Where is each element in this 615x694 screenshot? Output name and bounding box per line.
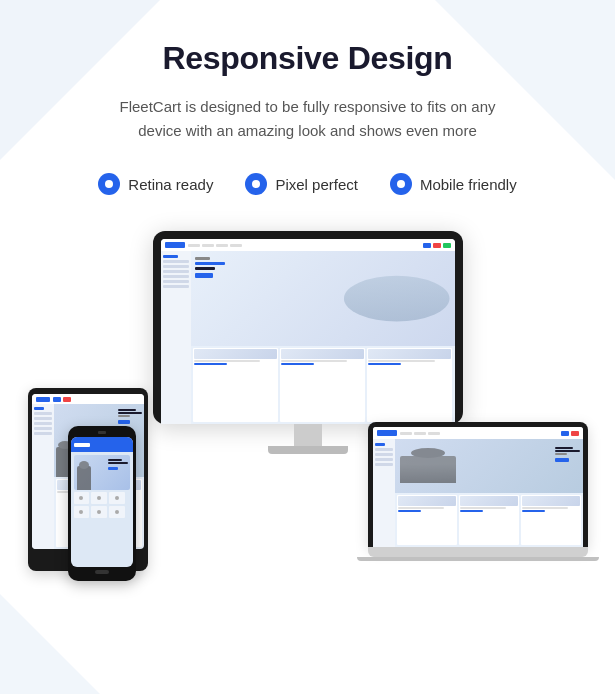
product-card xyxy=(459,495,519,545)
laptop-products xyxy=(395,493,583,547)
monitor-logo xyxy=(165,242,185,248)
product-img xyxy=(368,349,451,359)
vr-line-sm xyxy=(555,453,567,455)
monitor-sidebar xyxy=(161,251,191,424)
product-card-1 xyxy=(193,348,278,422)
product-card-3 xyxy=(367,348,452,422)
hero-line-md xyxy=(195,267,215,270)
product-price xyxy=(460,510,483,512)
cat-item xyxy=(109,506,125,518)
cat-item xyxy=(91,506,107,518)
sidebar-row xyxy=(34,407,45,410)
feature-retina: Retina ready xyxy=(98,173,213,195)
sidebar-row xyxy=(163,265,189,268)
phone-frame xyxy=(68,426,136,581)
cat-dot xyxy=(115,510,119,514)
hero-cta-btn xyxy=(195,273,213,278)
laptop-btns xyxy=(561,431,579,436)
pixel-label: Pixel perfect xyxy=(275,176,358,193)
product-img xyxy=(281,349,364,359)
topbar-btn-red xyxy=(433,243,441,248)
sidebar-row xyxy=(34,417,52,420)
laptop-topbar xyxy=(373,427,583,439)
product-line xyxy=(460,507,506,509)
laptop-device xyxy=(368,422,588,561)
laptop-base-bottom xyxy=(357,557,599,561)
sidebar-row xyxy=(163,275,189,278)
nav-dot xyxy=(188,244,200,247)
sidebar-row-active xyxy=(163,255,179,258)
sidebar-row xyxy=(34,427,52,430)
phone-logo xyxy=(74,443,90,447)
sidebar-row xyxy=(375,453,393,456)
sidebar-row xyxy=(375,463,393,466)
sidebar-row xyxy=(34,412,52,415)
laptop-sidebar xyxy=(373,439,395,547)
cta-btn xyxy=(118,420,130,424)
monitor-stand-neck xyxy=(294,424,322,446)
text-line xyxy=(108,462,128,464)
topbar-btn-blue xyxy=(423,243,431,248)
btn-blue xyxy=(561,431,569,436)
phone-categories xyxy=(74,492,130,518)
nav-dot xyxy=(414,432,426,435)
sidebar-row xyxy=(34,432,52,435)
product-line xyxy=(522,507,568,509)
laptop-main xyxy=(395,439,583,547)
vr-line-lg xyxy=(555,450,580,452)
nav-dot xyxy=(216,244,228,247)
phone-home-btn xyxy=(95,570,109,574)
product-price-line xyxy=(368,363,401,365)
vr-cta-btn xyxy=(555,458,569,462)
cat-dot xyxy=(97,510,101,514)
mobile-label: Mobile friendly xyxy=(420,176,517,193)
product-name-line xyxy=(194,360,261,362)
drone-image xyxy=(344,261,450,337)
product-card xyxy=(521,495,581,545)
product-price-line xyxy=(281,363,314,365)
phone-hero-text xyxy=(108,459,128,470)
cat-item xyxy=(91,492,107,504)
cat-dot xyxy=(79,510,83,514)
product-price xyxy=(522,510,545,512)
cat-item xyxy=(74,506,90,518)
hero-line-sm xyxy=(195,257,210,260)
laptop-nav xyxy=(400,432,558,435)
btn-red xyxy=(63,397,71,402)
product-card-2 xyxy=(280,348,365,422)
sidebar-row xyxy=(34,422,52,425)
product-price xyxy=(398,510,421,512)
text-line xyxy=(118,415,130,417)
page-title: Responsive Design xyxy=(20,40,595,77)
sidebar-row xyxy=(163,260,189,263)
tablet-btns xyxy=(53,397,71,402)
tablet-logo xyxy=(36,397,50,402)
cat-dot xyxy=(97,496,101,500)
nav-dot xyxy=(202,244,214,247)
product-line xyxy=(398,507,444,509)
features-row: Retina ready Pixel perfect Mobile friend… xyxy=(20,173,595,195)
monitor-products xyxy=(191,346,455,424)
phone-cta-btn xyxy=(108,467,118,470)
cat-dot xyxy=(79,496,83,500)
monitor-screen xyxy=(161,239,455,424)
product-img xyxy=(194,349,277,359)
sidebar-row xyxy=(163,280,189,283)
laptop-logo xyxy=(377,430,397,436)
pixel-icon xyxy=(245,173,267,195)
phone-person-image xyxy=(77,466,91,490)
page-subtitle: FleetCart is designed to be fully respon… xyxy=(108,95,508,143)
sidebar-row xyxy=(163,270,189,273)
laptop-hero xyxy=(395,439,583,493)
feature-mobile: Mobile friendly xyxy=(390,173,517,195)
product-img xyxy=(460,496,518,506)
text-line xyxy=(108,459,122,461)
mobile-icon xyxy=(390,173,412,195)
hero-line-lg xyxy=(195,262,225,265)
phone-screen xyxy=(71,437,133,567)
phone-header xyxy=(71,437,133,452)
hero-text xyxy=(195,257,225,278)
tablet-sidebar xyxy=(32,404,54,549)
sidebar-row xyxy=(375,458,393,461)
monitor-main-content xyxy=(191,251,455,424)
